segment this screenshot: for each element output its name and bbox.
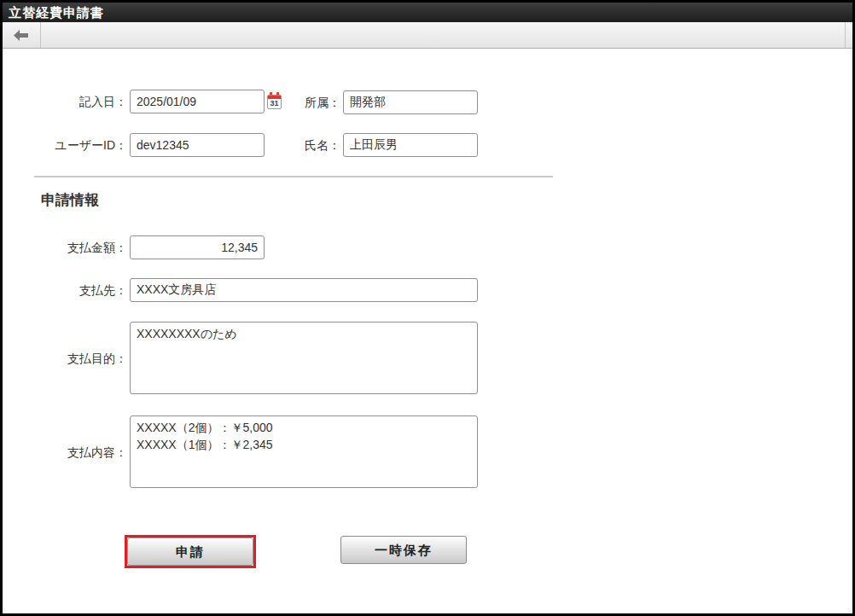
- amount-input[interactable]: [130, 235, 265, 259]
- toolbar-section-divider: [845, 22, 846, 48]
- save-draft-button[interactable]: 一時保存: [340, 536, 467, 564]
- name-label: 氏名：: [276, 133, 340, 157]
- titlebar: 立替経費申請書: [3, 3, 852, 22]
- department-input[interactable]: [343, 90, 478, 114]
- submit-button[interactable]: 申請: [127, 538, 253, 566]
- payee-label: 支払先：: [3, 278, 127, 302]
- amount-label: 支払金額：: [3, 235, 127, 259]
- purpose-label: 支払目的：: [3, 322, 127, 394]
- page-title: 立替経費申請書: [9, 5, 104, 20]
- entry-date-input[interactable]: [130, 90, 265, 113]
- save-draft-wrapper: 一時保存: [340, 536, 467, 564]
- back-arrow-icon: [14, 30, 29, 41]
- details-label: 支払内容：: [3, 416, 127, 488]
- submit-highlight-box: 申請: [125, 535, 256, 568]
- name-input[interactable]: [343, 133, 478, 157]
- purpose-textarea[interactable]: XXXXXXXXのため: [130, 322, 478, 394]
- section-heading: 申請情報: [41, 190, 99, 210]
- department-label: 所属：: [276, 90, 340, 114]
- user-id-input[interactable]: [130, 133, 265, 157]
- back-button[interactable]: [3, 22, 41, 48]
- toolbar: [3, 22, 852, 49]
- payee-input[interactable]: [130, 278, 478, 302]
- details-textarea[interactable]: XXXXX（2個）：￥5,000 XXXXX（1個）：￥2,345: [130, 416, 478, 488]
- user-id-label: ユーザーID：: [3, 133, 127, 157]
- app-window: 立替経費申請書 記入日： 31 所属： ユーザーID： 氏名： 申請情: [0, 0, 855, 616]
- section-divider: [34, 176, 553, 177]
- form-area: 記入日： 31 所属： ユーザーID： 氏名： 申請情報 支払金額： 支払先： …: [3, 49, 852, 613]
- entry-date-label: 記入日：: [3, 90, 127, 113]
